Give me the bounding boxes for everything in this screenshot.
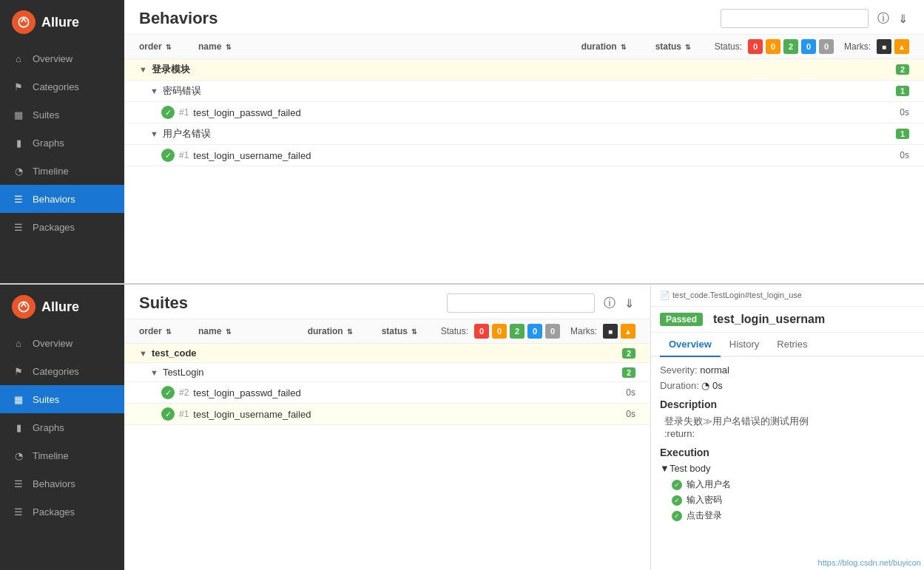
col-name-top[interactable]: name ⇅ xyxy=(198,41,581,52)
status-skipped-top[interactable]: 0 xyxy=(801,39,816,54)
tab-history[interactable]: History xyxy=(721,333,768,357)
status-unknown-top[interactable]: 0 xyxy=(819,39,834,54)
mark-warning-bottom[interactable]: ▲ xyxy=(621,324,635,339)
tree-row-passwd-suite[interactable]: ✓ #2 test_login_passwd_failed 0s xyxy=(124,382,650,404)
top-logo-text: Allure xyxy=(41,15,79,30)
status-passed-top[interactable]: 2 xyxy=(783,39,798,54)
status-broken-bottom[interactable]: 0 xyxy=(492,324,507,339)
testlogin-count: 2 xyxy=(622,367,635,378)
mark-black-bottom[interactable]: ■ xyxy=(603,324,618,339)
tab-retries[interactable]: Retries xyxy=(768,333,816,357)
step-label-0: 输入用户名 xyxy=(687,478,731,491)
test-label-username: test_login_username_failed xyxy=(193,150,880,161)
sidebar-item-overview-bottom[interactable]: ⌂ Overview xyxy=(0,329,124,357)
status-unknown-bottom[interactable]: 0 xyxy=(545,324,560,339)
sidebar-label-categories-bottom: Categories xyxy=(33,366,79,377)
status-label-bottom: Status: xyxy=(441,326,468,336)
sidebar-item-categories-bottom[interactable]: ⚑ Categories xyxy=(0,357,124,385)
allure-logo-icon-bottom xyxy=(12,295,36,319)
sidebar-item-timeline-top[interactable]: ◔ Timeline xyxy=(0,157,124,185)
status-skipped-bottom[interactable]: 0 xyxy=(527,324,542,339)
status-failed-top[interactable]: 0 xyxy=(748,39,763,54)
sidebar-item-categories-top[interactable]: ⚑ Categories xyxy=(0,72,124,101)
testlogin-label: TestLogin xyxy=(163,367,622,378)
login-module-count: 2 xyxy=(896,64,909,75)
passwd-error-label: 密码错误 xyxy=(163,84,896,98)
sidebar-item-graphs-bottom[interactable]: ▮ Graphs xyxy=(0,413,124,441)
allure-logo-icon xyxy=(12,10,36,34)
test-step-2: ✓ 点击登录 xyxy=(660,508,915,523)
step-icon-1: ✓ xyxy=(672,495,682,506)
description-text: 登录失败≫用户名错误的测试用例 xyxy=(664,415,915,428)
info-icon-top[interactable]: ⓘ xyxy=(876,10,891,28)
bottom-table-header: order ⇅ name ⇅ duration ⇅ status ⇅ Statu… xyxy=(124,319,650,344)
sidebar-item-suites-bottom[interactable]: ▦ Suites xyxy=(0,385,124,413)
right-panel: 📄 test_code.TestLogin#test_login_use Pas… xyxy=(650,285,924,570)
step-label-1: 输入密码 xyxy=(687,494,722,506)
sidebar-item-timeline-bottom[interactable]: ◔ Timeline xyxy=(0,441,124,469)
sidebar-label-timeline-bottom: Timeline xyxy=(33,450,69,461)
passed-icon-username: ✓ xyxy=(161,149,175,162)
col-duration-bottom[interactable]: duration ⇅ xyxy=(308,326,382,336)
download-icon-bottom[interactable]: ⇓ xyxy=(623,295,635,312)
test-num-passwd-suite: #2 xyxy=(179,387,189,398)
col-order-top[interactable]: order ⇅ xyxy=(139,41,198,52)
col-duration-top[interactable]: duration ⇅ xyxy=(581,41,655,52)
tree-row-test-code[interactable]: ▼ test_code 2 xyxy=(124,344,650,363)
duration-clock-icon: ◔ xyxy=(701,380,712,391)
tree-row-username-suite[interactable]: ✓ #1 test_login_username_failed 0s xyxy=(124,404,650,425)
tree-row-passwd-test[interactable]: ✓ #1 test_login_passwd_failed 0s xyxy=(124,102,924,123)
tree-row-username-test[interactable]: ✓ #1 test_login_username_failed 0s xyxy=(124,145,924,166)
tree-row-login-module[interactable]: ▼ 登录模块 2 xyxy=(124,59,924,81)
login-module-label: 登录模块 xyxy=(152,63,896,76)
col-name-bottom[interactable]: name ⇅ xyxy=(198,326,308,336)
execution-title: Execution xyxy=(660,447,915,458)
sort-duration-bottom: ⇅ xyxy=(347,328,353,336)
description-return: :return: xyxy=(664,428,915,439)
duration-label: Duration: xyxy=(660,380,699,391)
top-table-header: order ⇅ name ⇅ duration ⇅ status ⇅ Statu… xyxy=(124,35,924,59)
bottom-search-input[interactable] xyxy=(447,294,595,313)
test-step-1: ✓ 输入密码 xyxy=(660,492,915,508)
expand-icon-username: ▼ xyxy=(150,129,158,138)
col-status-top[interactable]: status ⇅ xyxy=(655,41,715,52)
tab-overview[interactable]: Overview xyxy=(660,333,721,357)
home-icon-bottom: ⌂ xyxy=(12,336,25,350)
test-body-expand: ▼ xyxy=(660,463,670,474)
sidebar-item-behaviors-bottom[interactable]: ☰ Behaviors xyxy=(0,469,124,498)
test-duration-username: 0s xyxy=(880,150,909,160)
passed-badge: Passed xyxy=(660,313,703,326)
sidebar-item-packages-top[interactable]: ☰ Packages xyxy=(0,213,124,241)
top-search-input[interactable] xyxy=(721,9,869,28)
download-icon-top[interactable]: ⇓ xyxy=(897,10,909,27)
tree-row-passwd-error[interactable]: ▼ 密码错误 1 xyxy=(124,81,924,102)
status-passed-bottom[interactable]: 2 xyxy=(510,324,525,339)
mark-warning-top[interactable]: ▲ xyxy=(894,39,909,54)
sidebar-label-packages-bottom: Packages xyxy=(33,506,75,518)
test-num-username-suite: #1 xyxy=(179,409,189,419)
sidebar-label-timeline-top: Timeline xyxy=(33,166,69,177)
sort-name-top: ⇅ xyxy=(226,44,232,51)
col-status-bottom[interactable]: status ⇅ xyxy=(382,326,441,336)
mark-black-top[interactable]: ■ xyxy=(877,39,891,54)
test-body-header[interactable]: ▼ Test body xyxy=(660,463,915,474)
status-label-top: Status: xyxy=(715,41,742,52)
sidebar-item-graphs-top[interactable]: ▮ Graphs xyxy=(0,129,124,157)
sidebar-item-behaviors-top[interactable]: ☰ Behaviors xyxy=(0,185,124,213)
top-sidebar: Allure ⌂ Overview ⚑ Categories ▦ Suites … xyxy=(0,0,124,283)
grid-icon-bottom: ▦ xyxy=(12,393,25,406)
info-icon-bottom[interactable]: ⓘ xyxy=(602,294,617,313)
sidebar-label-overview-bottom: Overview xyxy=(33,338,72,349)
tree-row-username-error[interactable]: ▼ 用户名错误 1 xyxy=(124,123,924,145)
severity-label: Severity: xyxy=(660,364,698,376)
sidebar-label-packages-top: Packages xyxy=(33,222,75,233)
sidebar-item-packages-bottom[interactable]: ☰ Packages xyxy=(0,498,124,526)
sidebar-item-overview-top[interactable]: ⌂ Overview xyxy=(0,44,124,72)
status-broken-top[interactable]: 0 xyxy=(766,39,780,54)
tree-row-testlogin[interactable]: ▼ TestLogin 2 xyxy=(124,363,650,382)
bottom-logo-text: Allure xyxy=(41,299,79,315)
sidebar-item-suites-top[interactable]: ▦ Suites xyxy=(0,101,124,129)
expand-icon-testlogin: ▼ xyxy=(150,368,158,377)
col-order-bottom[interactable]: order ⇅ xyxy=(139,326,198,336)
status-failed-bottom[interactable]: 0 xyxy=(474,324,489,339)
